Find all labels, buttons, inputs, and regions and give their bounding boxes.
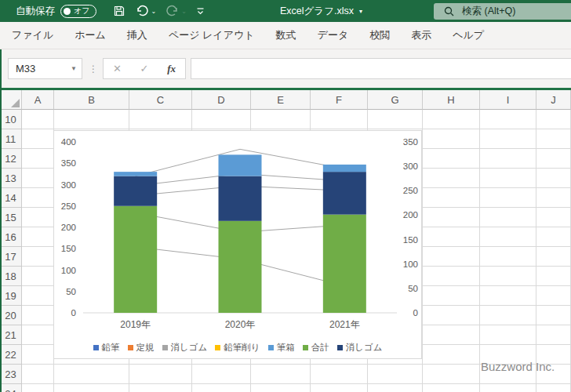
row-header-15[interactable]: 15 [0,208,22,227]
grid-column-I[interactable] [480,110,536,392]
legend-item-6[interactable]: 消しゴム [337,342,383,354]
svg-text:200: 200 [61,223,76,232]
legend-item-2[interactable]: 消しゴム [162,342,208,354]
svg-text:350: 350 [61,158,76,168]
svg-text:50: 50 [66,287,76,296]
ribbon-tab-6[interactable]: 校閲 [369,28,390,42]
column-header-J[interactable]: J [536,90,571,110]
formula-input[interactable] [191,58,571,79]
bar-2020年-合計[interactable] [219,221,262,313]
svg-text:150: 150 [403,235,418,245]
floppy-icon [113,5,125,17]
legend-item-1[interactable]: 定規 [128,342,155,354]
chart-legend: 鉛筆定規消しゴム鉛筆削り筆箱合計消しゴム [54,342,421,354]
svg-text:100: 100 [403,260,418,269]
select-all-corner[interactable] [0,90,22,110]
grid-column-J[interactable] [536,110,571,392]
row-header-16[interactable]: 16 [0,227,22,247]
legend-marker-icon [337,345,343,350]
ribbon-tab-1[interactable]: ホーム [75,28,106,42]
bar-2021年-筆箱[interactable] [323,165,366,172]
search-icon [444,6,454,16]
name-box-caret-icon[interactable]: ▼ [71,65,77,72]
redo-button: ⌄ [163,2,189,20]
autosave-pill[interactable]: オフ [60,5,96,18]
ribbon-tab-7[interactable]: 表示 [411,28,431,42]
ribbon-tab-0[interactable]: ファイル [12,28,53,42]
name-box[interactable]: M33 ▼ [8,58,82,79]
ribbon-tab-8[interactable]: ヘルプ [453,28,484,42]
row-header-12[interactable]: 12 [0,149,22,169]
insert-function-icon[interactable]: fx [167,63,176,75]
svg-text:350: 350 [403,137,418,147]
legend-marker-icon [162,345,168,350]
column-series-group[interactable] [114,154,366,313]
svg-text:2020年: 2020年 [225,319,256,330]
legend-item-0[interactable]: 鉛筆 [93,342,120,354]
bar-2020年-筆箱[interactable] [219,154,262,176]
row-header-18[interactable]: 18 [0,267,22,286]
row-header-11[interactable]: 11 [0,129,22,149]
quick-access-menu-button[interactable] [194,2,207,20]
bar-2021年-消しゴム[interactable] [323,172,366,215]
ribbon-tab-3[interactable]: ページ レイアウト [169,28,255,42]
customize-toolbar-icon [196,6,205,16]
row-header-17[interactable]: 17 [0,247,22,267]
legend-label: 鉛筆削り [224,342,260,354]
row-header-10[interactable]: 10 [0,110,22,129]
row-header-22[interactable]: 22 [0,345,22,365]
column-header-F[interactable]: F [311,90,368,110]
column-header-I[interactable]: I [480,90,536,110]
bar-2020年-消しゴム[interactable] [219,176,262,221]
autosave-state: オフ [74,5,89,16]
undo-caret-icon: ⌄ [151,8,156,15]
undo-button[interactable]: ⌄ [133,2,158,20]
svg-text:100: 100 [61,266,76,275]
save-icon[interactable] [111,2,128,20]
row-header-13[interactable]: 13 [0,169,22,188]
search-placeholder: 検索 (Alt+Q) [462,5,515,18]
row-header-20[interactable]: 20 [0,306,22,325]
grid-column-A[interactable] [22,110,54,392]
ribbon-tab-2[interactable]: 挿入 [127,28,147,42]
row-header-24[interactable]: 24 [0,384,22,392]
legend-item-3[interactable]: 鉛筆削り [215,342,260,354]
confirm-entry-icon[interactable]: ✓ [140,63,149,74]
toggle-knob-icon [64,8,71,15]
window-left-edge [0,49,2,392]
row-headers: 101112131415161718192021222324 [0,110,22,392]
row-header-21[interactable]: 21 [0,325,22,345]
legend-label: 筆箱 [277,342,295,354]
grid-column-H[interactable] [423,110,480,392]
row-header-23[interactable]: 23 [0,365,22,384]
column-header-H[interactable]: H [423,90,480,110]
legend-marker-icon [93,345,99,350]
legend-label: 定規 [136,342,155,354]
legend-marker-icon [215,345,220,350]
chart-object[interactable]: 0501001502002503003504000501001502002503… [53,130,422,359]
column-header-D[interactable]: D [192,90,251,110]
document-title[interactable]: Excelグラフ.xlsx ▾ [280,0,362,22]
cancel-entry-icon[interactable]: ✕ [113,63,122,74]
column-header-G[interactable]: G [368,90,423,110]
autosave-toggle[interactable]: 自動保存 オフ [16,5,96,18]
ribbon-tab-5[interactable]: データ [318,28,349,42]
bar-2021年-合計[interactable] [323,215,366,313]
ribbon-tab-4[interactable]: 数式 [276,28,296,42]
bar-2019年-消しゴム[interactable] [114,176,157,206]
legend-marker-icon [268,345,274,350]
search-box[interactable]: 検索 (Alt+Q) [434,3,571,20]
legend-label: 消しゴム [346,342,383,354]
bar-2019年-筆箱[interactable] [114,172,157,176]
column-header-E[interactable]: E [251,90,311,110]
legend-item-5[interactable]: 合計 [303,342,329,354]
column-header-C[interactable]: C [129,90,192,110]
bar-2019年-合計[interactable] [114,206,157,313]
row-header-14[interactable]: 14 [0,188,22,208]
column-header-A[interactable]: A [22,90,54,110]
row-header-19[interactable]: 19 [0,286,22,306]
column-header-B[interactable]: B [54,90,129,110]
svg-text:0: 0 [413,308,418,318]
legend-item-4[interactable]: 筆箱 [268,342,295,354]
title-bar: 自動保存 オフ ⌄ [0,0,571,22]
